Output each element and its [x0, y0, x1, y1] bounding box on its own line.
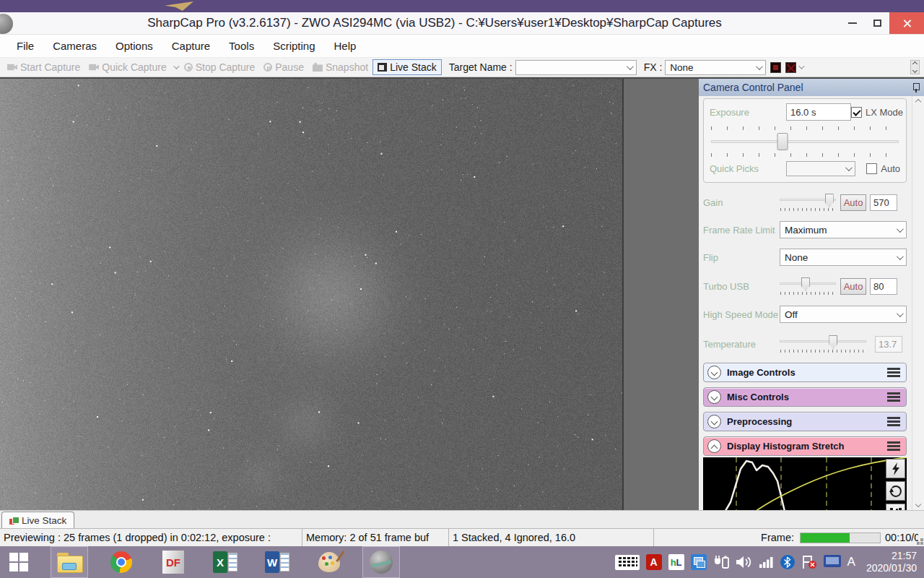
tab-live-stack[interactable]: Live Stack	[1, 512, 74, 528]
taskbar-paint[interactable]	[310, 546, 348, 578]
resize-grip[interactable]	[920, 542, 923, 545]
chevron-down-icon	[897, 310, 904, 317]
taskbar-excel[interactable]: X	[206, 546, 244, 578]
touch-keyboard-icon[interactable]	[615, 555, 640, 570]
speaker-icon[interactable]	[736, 555, 753, 569]
menu-cameras[interactable]: Cameras	[43, 37, 106, 55]
menu-icon[interactable]	[887, 392, 900, 402]
histogram-auto-stretch-button[interactable]	[886, 459, 905, 478]
live-stack-button[interactable]: Live Stack	[372, 59, 442, 75]
chevron-down-icon[interactable]	[707, 390, 721, 404]
menu-scripting[interactable]: Scripting	[263, 37, 324, 55]
gain-slider-thumb[interactable]	[825, 194, 834, 207]
menu-bar: File Cameras Options Capture Tools Scrip…	[0, 35, 924, 58]
fx-flat-frame-icon[interactable]	[785, 62, 796, 73]
preview-canvas[interactable]	[0, 79, 622, 510]
taskbar-clock[interactable]: 21:57 2020/01/30	[866, 550, 917, 574]
turbo-usb-auto-button[interactable]: Auto	[840, 278, 866, 295]
gain-value-input[interactable]	[870, 194, 897, 211]
title-bar: SharpCap Pro (v3.2.6137) - ZWO ASI294MC …	[0, 12, 924, 35]
gain-auto-button[interactable]: Auto	[840, 194, 866, 211]
taskbar-chrome[interactable]	[103, 546, 140, 578]
section-preprocessing[interactable]: Preprocessing	[703, 412, 907, 431]
menu-icon[interactable]	[887, 417, 900, 426]
temperature-value	[875, 336, 902, 353]
pin-icon[interactable]	[912, 82, 920, 92]
frame-rate-limit-select[interactable]: Maximum	[780, 221, 907, 238]
action-center-flag-icon[interactable]	[801, 555, 817, 569]
target-name-select[interactable]	[515, 60, 637, 75]
flip-select[interactable]: None	[780, 249, 907, 266]
histogram-reset-button[interactable]	[886, 481, 905, 501]
taskbar-sharpcap[interactable]	[362, 546, 400, 578]
quick-picks-label: Quick Picks	[710, 163, 786, 174]
chevron-down-icon[interactable]	[707, 415, 721, 428]
menu-icon[interactable]	[887, 368, 900, 377]
histogram[interactable]	[703, 457, 907, 510]
section-misc-controls[interactable]: Misc Controls	[703, 387, 907, 407]
minimize-button[interactable]	[840, 12, 865, 34]
menu-capture[interactable]: Capture	[162, 37, 219, 55]
background-gap	[624, 79, 699, 510]
exposure-slider[interactable]	[711, 132, 899, 151]
close-button[interactable]	[889, 12, 924, 34]
snapshot-button[interactable]: Snapshot	[308, 60, 372, 74]
stop-capture-button[interactable]: Stop Capture	[180, 60, 260, 74]
gain-slider[interactable]	[780, 194, 836, 211]
chevron-down-icon[interactable]	[707, 366, 721, 379]
turbo-usb-label: Turbo USB	[703, 281, 780, 292]
display-monitor-icon[interactable]	[824, 555, 841, 569]
menu-tools[interactable]: Tools	[219, 37, 263, 55]
photos-app-icon[interactable]	[691, 554, 707, 570]
hl-app-icon[interactable]: hL	[668, 554, 684, 570]
quick-capture-dropdown-icon[interactable]	[173, 63, 179, 69]
panel-scrollbar[interactable]	[912, 96, 924, 510]
menu-options[interactable]: Options	[106, 37, 162, 55]
chevron-up-icon[interactable]	[707, 439, 721, 453]
frame-rate-limit-label: Frame Rate Limit	[703, 225, 780, 236]
fx-dropdown-icon[interactable]	[798, 63, 804, 69]
quick-picks-select[interactable]	[786, 161, 855, 176]
section-image-controls[interactable]: Image Controls	[703, 363, 907, 382]
menu-file[interactable]: File	[7, 37, 43, 55]
pause-button[interactable]: Pause	[259, 60, 308, 74]
quick-capture-button[interactable]: Quick Capture	[84, 60, 170, 74]
network-signal-icon[interactable]	[759, 556, 774, 568]
taskbar-file-explorer[interactable]	[51, 546, 88, 578]
fx-select[interactable]: None	[665, 60, 766, 75]
taskbar-word[interactable]: W	[258, 546, 296, 578]
bluetooth-icon[interactable]	[780, 555, 795, 569]
chevron-up-icon	[915, 99, 921, 105]
menu-icon[interactable]	[887, 441, 900, 451]
camera-preview[interactable]	[0, 79, 624, 510]
acrobat-icon[interactable]: A	[646, 554, 662, 570]
power-plug-icon[interactable]	[713, 554, 729, 570]
fx-dark-frame-icon[interactable]	[770, 62, 781, 73]
lx-mode-checkbox[interactable]	[851, 107, 862, 118]
exposure-slider-thumb[interactable]	[777, 133, 788, 150]
camera-icon	[89, 63, 99, 72]
turbo-usb-slider-thumb[interactable]	[801, 277, 810, 291]
histogram-save-button[interactable]	[886, 504, 905, 510]
exposure-input[interactable]	[786, 103, 851, 121]
mouse-cursor	[165, 1, 193, 11]
high-speed-mode-select[interactable]: Off	[780, 306, 907, 323]
ime-language-icon[interactable]: A	[847, 555, 855, 569]
maximize-button[interactable]	[865, 12, 889, 34]
close-icon	[902, 19, 912, 28]
pause-icon	[263, 63, 272, 72]
panel-header[interactable]: Camera Control Panel	[699, 79, 924, 96]
exposure-auto-checkbox[interactable]	[866, 163, 877, 174]
turbo-usb-value-input[interactable]	[870, 278, 897, 295]
start-button[interactable]	[0, 546, 38, 578]
start-capture-button[interactable]: Start Capture	[3, 60, 84, 74]
taskbar-df-app[interactable]: DF	[154, 546, 192, 578]
menu-help[interactable]: Help	[325, 37, 366, 55]
toolbar-overflow-scroll[interactable]	[910, 60, 920, 74]
camera-control-panel: Camera Control Panel Exposure LX Mode	[699, 79, 924, 510]
turbo-usb-slider[interactable]	[780, 277, 836, 295]
excel-icon: X	[213, 551, 237, 573]
section-display-histogram-stretch[interactable]: Display Histogram Stretch	[703, 436, 907, 456]
taskbar: DF X W A hL	[0, 546, 924, 578]
exposure-ticks-top	[711, 126, 899, 130]
